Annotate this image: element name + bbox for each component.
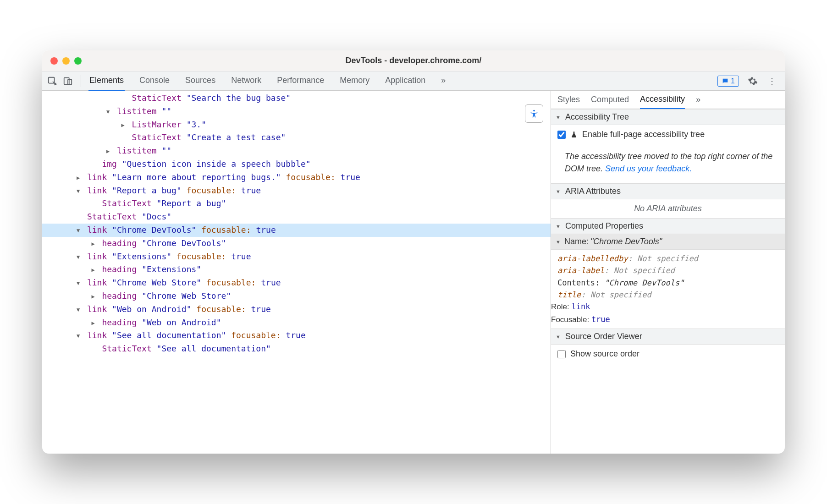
disclosure-triangle-icon: ▼: [556, 224, 561, 229]
a11y-info-text: The accessibility tree moved to the top …: [551, 144, 785, 183]
section-title: Accessibility Tree: [565, 112, 629, 122]
role-value: link: [571, 302, 590, 311]
not-specified: Not specified: [614, 266, 675, 275]
disclosure-triangle-icon: ▼: [556, 239, 561, 245]
sidebar-tab-accessibility[interactable]: Accessibility: [640, 91, 685, 110]
not-specified: Not specified: [590, 290, 651, 299]
tree-row[interactable]: ▼ link "Extensions" focusable: true: [42, 250, 551, 263]
titlebar: DevTools - developer.chrome.com/: [42, 50, 785, 71]
tree-row[interactable]: ▼ link "Chrome Web Store" focusable: tru…: [42, 276, 551, 290]
prop-aria-labelledby: aria-labelledby: [557, 254, 628, 263]
tree-row[interactable]: ▶ heading "Chrome Web Store": [42, 290, 551, 303]
accessibility-tree[interactable]: StaticText "Search the bug base" ▼ listi…: [42, 91, 551, 356]
sidebar-tabs: StylesComputedAccessibility»: [551, 91, 785, 109]
svg-rect-2: [68, 79, 72, 84]
issues-count: 1: [731, 77, 735, 85]
name-value: "Chrome DevTools": [590, 237, 662, 247]
panel-tabs: ElementsConsoleSourcesNetworkPerformance…: [84, 71, 447, 91]
tab-console[interactable]: Console: [138, 71, 171, 91]
aria-section-header[interactable]: ▼ ARIA Attributes: [551, 183, 785, 199]
show-source-order-label: Show source order: [570, 349, 640, 359]
sidebar-tab-styles[interactable]: Styles: [557, 91, 580, 109]
enable-a11y-tree-label: Enable full-page accessibility tree: [582, 130, 705, 139]
tab-memory[interactable]: Memory: [339, 71, 370, 91]
more-tabs-icon[interactable]: »: [440, 71, 447, 91]
issues-badge[interactable]: 1: [717, 76, 739, 87]
section-title: Source Order Viewer: [565, 332, 642, 341]
computed-section-header[interactable]: ▼ Computed Properties: [551, 218, 785, 234]
no-aria-text: No ARIA attributes: [551, 199, 785, 218]
tree-row[interactable]: ▶ ListMarker "3.": [42, 118, 551, 131]
elements-pane[interactable]: StaticText "Search the bug base" ▼ listi…: [42, 91, 551, 454]
computed-properties-list: aria-labelledby: Not specified aria-labe…: [551, 250, 785, 329]
focusable-label: Focusable:: [551, 315, 591, 324]
a11y-tree-section-header[interactable]: ▼ Accessibility Tree: [551, 109, 785, 125]
focusable-value: true: [591, 315, 610, 324]
window-title: DevTools - developer.chrome.com/: [42, 56, 785, 66]
contents-label: Contents:: [557, 278, 604, 287]
tree-row[interactable]: ▶ heading "Extensions": [42, 263, 551, 276]
disclosure-triangle-icon: ▼: [556, 189, 561, 194]
tree-row[interactable]: img "Question icon inside a speech bubbl…: [42, 158, 551, 171]
enable-a11y-tree-row[interactable]: Enable full-page accessibility tree: [557, 130, 778, 139]
tree-row[interactable]: StaticText "Docs": [42, 210, 551, 224]
accessibility-toggle-icon[interactable]: [525, 104, 543, 123]
show-source-order-row[interactable]: Show source order: [557, 349, 778, 359]
show-source-order-checkbox[interactable]: [557, 350, 566, 358]
name-label: Name:: [564, 237, 589, 247]
tree-row[interactable]: StaticText "Report a bug": [42, 197, 551, 210]
tree-row[interactable]: ▼ listitem "": [42, 105, 551, 118]
tab-application[interactable]: Application: [384, 71, 426, 91]
source-order-section-header[interactable]: ▼ Source Order Viewer: [551, 329, 785, 345]
prop-title: title: [557, 290, 581, 299]
disclosure-triangle-icon: ▼: [556, 334, 561, 340]
section-title: Computed Properties: [565, 221, 643, 231]
contents-value: "Chrome DevTools": [604, 278, 684, 287]
not-specified: Not specified: [637, 254, 698, 263]
section-title: ARIA Attributes: [565, 186, 621, 196]
disclosure-triangle-icon: ▼: [556, 115, 561, 120]
inspect-icon[interactable]: [47, 76, 58, 87]
tab-network[interactable]: Network: [230, 71, 262, 91]
enable-a11y-tree-checkbox[interactable]: [557, 131, 566, 139]
svg-rect-1: [64, 77, 69, 84]
kebab-menu-icon[interactable]: ⋮: [766, 76, 777, 87]
settings-icon[interactable]: [747, 76, 758, 87]
tree-row[interactable]: StaticText "Search the bug base": [42, 92, 551, 105]
device-toggle-icon[interactable]: [62, 76, 73, 87]
more-sidebar-tabs-icon[interactable]: »: [696, 91, 700, 109]
divider: [81, 75, 81, 87]
tree-row[interactable]: ▶ heading "Chrome DevTools": [42, 237, 551, 250]
computed-name-row[interactable]: ▼ Name: "Chrome DevTools": [551, 234, 785, 250]
tree-row[interactable]: ▼ link "Web on Android" focusable: true: [42, 303, 551, 316]
prop-aria-label: aria-label: [557, 266, 604, 275]
devtools-window: DevTools - developer.chrome.com/ Element…: [42, 50, 785, 454]
tree-row[interactable]: ▼ link "Report a bug" focusable: true: [42, 184, 551, 197]
tree-row[interactable]: ▶ listitem "": [42, 144, 551, 158]
main-toolbar: ElementsConsoleSourcesNetworkPerformance…: [42, 71, 785, 91]
tree-row[interactable]: ▼ link "See all documentation" focusable…: [42, 329, 551, 342]
tree-row[interactable]: ▶ heading "Web on Android": [42, 316, 551, 329]
tab-elements[interactable]: Elements: [88, 71, 125, 91]
content-area: StaticText "Search the bug base" ▼ listi…: [42, 91, 785, 454]
role-label: Role:: [551, 302, 571, 311]
sidebar-tab-computed[interactable]: Computed: [591, 91, 629, 109]
tab-performance[interactable]: Performance: [276, 71, 325, 91]
sidebar-pane: StylesComputedAccessibility» ▼ Accessibi…: [551, 91, 785, 454]
tree-row[interactable]: ▶ link "Learn more about reporting bugs.…: [42, 171, 551, 184]
tree-row[interactable]: StaticText "Create a test case": [42, 131, 551, 144]
tab-sources[interactable]: Sources: [184, 71, 216, 91]
svg-point-3: [533, 110, 535, 112]
feedback-link[interactable]: Send us your feedback.: [605, 164, 692, 173]
experiment-icon: [570, 131, 578, 138]
tree-row[interactable]: StaticText "See all documentation": [42, 342, 551, 356]
tree-row[interactable]: ▼ link "Chrome DevTools" focusable: true: [42, 224, 551, 237]
